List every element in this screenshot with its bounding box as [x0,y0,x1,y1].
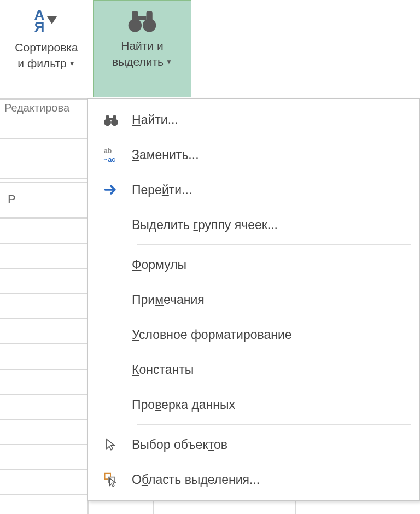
blank-icon [101,395,121,414]
blank-icon [101,215,121,235]
cursor-icon [101,435,121,454]
ribbon-editing-group: АЯ Сортировка и фильтр▼ Найти и выделить… [0,0,420,98]
menu-label: Заменить... [132,148,199,162]
menu-data-validation[interactable]: Проверка данных [88,387,419,422]
svg-rect-8 [113,115,116,121]
column-header-label: P [0,192,16,207]
menu-select-objects[interactable]: Выбор объектов [88,427,419,462]
grid-line [0,178,93,179]
menu-label: Формулы [132,258,186,272]
menu-label: Выделить группу ячеек... [132,218,278,232]
menu-conditional-formatting[interactable]: Условное форматирование [88,317,419,352]
svg-rect-9 [109,118,113,120]
ribbon-group-label: Редактирова [4,102,69,114]
selection-pane-icon [101,470,121,489]
svg-text:→: → [103,156,108,162]
menu-constants[interactable]: Константы [88,352,419,387]
chevron-down-icon: ▼ [69,59,75,68]
menu-label: Условное форматирование [132,328,292,342]
sort-filter-label: Сортировка и фильтр▼ [15,39,78,72]
sort-filter-icon: АЯ [30,4,63,37]
svg-rect-4 [138,16,147,21]
menu-label: Найти... [132,113,178,127]
menu-selection-pane[interactable]: Область выделения... [88,462,419,497]
menu-label: Выбор объектов [132,437,228,452]
replace-icon: ab → ac [101,145,121,165]
binoculars-icon [126,5,159,36]
menu-label: Проверка данных [132,398,235,412]
find-select-dropdown: Найти... ab → ac Заменить... Перейти... … [88,98,420,501]
menu-replace[interactable]: ab → ac Заменить... [88,137,419,172]
blank-icon [101,325,121,344]
menu-label: Область выделения... [132,472,260,487]
menu-separator [137,244,411,245]
menu-goto[interactable]: Перейти... [88,172,419,207]
menu-goto-special[interactable]: Выделить группу ячеек... [88,207,419,242]
find-select-button[interactable]: Найти и выделить▼ [93,0,191,97]
sort-filter-button[interactable]: АЯ Сортировка и фильтр▼ [0,0,93,98]
menu-label: Константы [132,363,194,377]
blank-icon [101,255,121,274]
menu-comments[interactable]: Примечания [88,282,419,317]
svg-text:ab: ab [104,147,112,155]
svg-rect-7 [106,115,109,121]
arrow-right-icon [101,180,121,200]
binoculars-icon [101,110,121,130]
menu-formulas[interactable]: Формулы [88,247,419,282]
svg-text:ac: ac [108,156,115,163]
blank-icon [101,290,121,309]
grid-line [0,138,93,139]
find-select-label: Найти и выделить▼ [112,38,172,70]
menu-find[interactable]: Найти... [88,102,419,137]
chevron-down-icon: ▼ [166,57,172,67]
svg-rect-2 [132,11,138,22]
blank-icon [101,360,121,379]
menu-label: Примечания [132,293,205,307]
menu-label: Перейти... [132,183,192,197]
menu-separator [137,424,411,425]
svg-rect-3 [147,11,153,22]
